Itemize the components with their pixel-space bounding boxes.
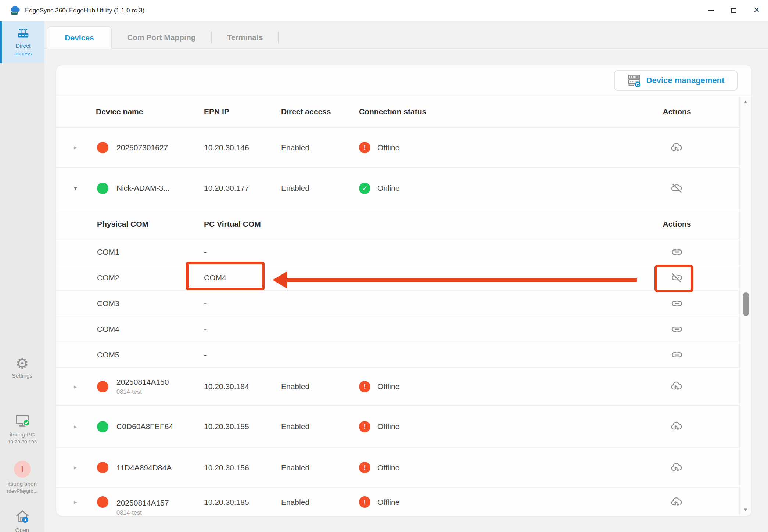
device-row[interactable]: ▾ Nick-ADAM-3... 10.20.30.177 Enabled ✓ … xyxy=(56,168,739,209)
device-row[interactable]: ▸ 20250814A150 0814-test 10.20.30.184 En… xyxy=(56,368,739,406)
cloud-sync-button[interactable] xyxy=(671,496,683,508)
com-row: COM1 - xyxy=(56,239,739,265)
tab-terminals[interactable]: Terminals xyxy=(212,26,279,48)
header-epn-ip: EPN IP xyxy=(204,107,281,116)
physical-com: COM1 xyxy=(97,248,204,256)
cloud-sync-button[interactable] xyxy=(671,141,683,154)
vertical-scrollbar[interactable]: ▲ ▼ xyxy=(739,96,751,516)
device-row[interactable]: ▸ 11D4A894D84A 10.20.30.156 Enabled ! Of… xyxy=(56,448,739,488)
close-icon: × xyxy=(754,5,760,15)
epn-ip: 10.20.30.155 xyxy=(204,422,281,431)
connection-status-icon: ! xyxy=(359,142,370,153)
header-physical-com: Physical COM xyxy=(97,220,204,229)
status-dot xyxy=(97,142,108,153)
link-button[interactable] xyxy=(671,323,683,335)
status-dot xyxy=(97,496,108,508)
device-name: 20250814A150 xyxy=(116,377,204,387)
connection-status-text: Offline xyxy=(377,143,399,152)
status-dot xyxy=(97,183,108,194)
com-row: COM4 - xyxy=(56,316,739,342)
connection-status-text: Offline xyxy=(377,463,399,472)
expand-caret[interactable]: ▾ xyxy=(74,184,83,192)
expand-caret[interactable]: ▸ xyxy=(74,498,83,506)
connection-status-text: Offline xyxy=(377,422,399,431)
device-row[interactable]: ▸ 202507301627 10.20.30.146 Enabled ! Of… xyxy=(56,128,739,168)
connection-status-text: Offline xyxy=(377,382,399,391)
minimize-icon xyxy=(708,10,714,11)
direct-access-label-line1: Direct xyxy=(2,42,44,50)
expand-caret[interactable]: ▸ xyxy=(74,383,83,391)
open-edgehub-label-line1: Open xyxy=(0,526,44,532)
minimize-button[interactable] xyxy=(700,0,722,21)
direct-access-value: Enabled xyxy=(281,184,359,193)
header-pc-virtual-com: PC Virtual COM xyxy=(204,220,360,229)
direct-access-value: Enabled xyxy=(281,498,359,507)
device-subtitle: 0814-test xyxy=(116,387,204,396)
direct-access-value: Enabled xyxy=(281,382,359,391)
close-button[interactable]: × xyxy=(745,0,768,21)
link-button[interactable] xyxy=(671,246,683,258)
connection-status-icon: ! xyxy=(359,381,370,392)
physical-com: COM4 xyxy=(97,325,204,334)
device-name: 202507301627 xyxy=(116,143,204,153)
router-icon xyxy=(16,26,30,40)
pc-name-label: itsung-PC xyxy=(0,431,44,438)
device-name: 20250814A157 xyxy=(116,498,204,508)
header-device-name: Device name xyxy=(96,107,204,116)
devices-panel: Device management Device name EPN IP Dir… xyxy=(56,65,752,516)
epn-ip: 10.20.30.156 xyxy=(204,463,281,472)
sidebar-item-direct-access[interactable]: Direct access xyxy=(0,21,44,63)
physical-com: COM3 xyxy=(97,299,204,308)
annotation-box-com4 xyxy=(186,262,265,290)
annotation-box-unlink xyxy=(654,265,693,292)
cloud-sync-button[interactable] xyxy=(671,420,683,433)
sidebar-item-local-pc[interactable]: itsung-PC 10.20.30.103 xyxy=(0,413,44,445)
status-dot xyxy=(97,381,108,392)
header-connection-status: Connection status xyxy=(359,107,517,116)
sidebar-item-user[interactable]: i itsung shen (devPlaygro... xyxy=(0,461,44,495)
tab-com-port-mapping[interactable]: Com Port Mapping xyxy=(112,26,211,48)
device-management-label: Device management xyxy=(646,76,725,85)
device-name: 11D4A894D84A xyxy=(116,463,204,473)
connection-status-icon: ! xyxy=(359,421,370,432)
connection-status-text: Offline xyxy=(377,498,399,507)
maximize-button[interactable] xyxy=(722,0,745,21)
device-management-button[interactable]: Device management xyxy=(614,70,738,91)
direct-access-value: Enabled xyxy=(281,463,359,472)
link-button[interactable] xyxy=(671,297,683,310)
device-row[interactable]: ▸ C0D60A8FEF64 10.20.30.155 Enabled ! Of… xyxy=(56,406,739,448)
status-dot xyxy=(97,462,108,473)
expand-caret[interactable]: ▸ xyxy=(74,464,83,471)
link-button[interactable] xyxy=(671,349,683,361)
expand-caret[interactable]: ▸ xyxy=(74,423,83,431)
sidebar-item-open-edgehub[interactable]: Open Edgehub xyxy=(0,508,44,532)
direct-access-value: Enabled xyxy=(281,422,359,431)
user-avatar: i xyxy=(14,461,31,478)
cloud-disconnect-button[interactable] xyxy=(671,182,683,194)
cloud-sync-button[interactable] xyxy=(671,461,683,474)
home-share-icon xyxy=(14,508,30,525)
com-table-header: Physical COM PC Virtual COM Actions xyxy=(56,209,739,239)
connection-status-text: Online xyxy=(377,184,400,193)
direct-access-label-line2: access xyxy=(2,50,44,57)
tab-devices[interactable]: Devices xyxy=(47,26,112,49)
connection-status-icon: ✓ xyxy=(359,183,370,194)
server-icon xyxy=(627,73,641,87)
epn-ip: 10.20.30.185 xyxy=(204,498,281,507)
cloud-sync-button[interactable] xyxy=(671,380,683,393)
sidebar: Direct access ⚙ Settings itsung-PC 10.20… xyxy=(0,21,44,532)
scroll-down-icon[interactable]: ▼ xyxy=(740,507,751,513)
pc-virtual-com: - xyxy=(204,299,360,308)
gear-icon: ⚙ xyxy=(0,355,44,372)
sidebar-item-settings[interactable]: ⚙ Settings xyxy=(0,355,44,380)
maximize-icon xyxy=(731,8,736,13)
expand-caret[interactable]: ▸ xyxy=(74,144,83,151)
tab-bar: Devices Com Port Mapping Terminals xyxy=(44,21,768,49)
device-row[interactable]: ▸ 20250814A157 0814-test 10.20.30.185 En… xyxy=(56,488,739,516)
status-dot xyxy=(97,421,108,432)
pc-ip-label: 10.20.30.103 xyxy=(0,438,44,445)
titlebar: EdgeSync 360/ EdgeHub Utility (1.1.0-rc.… xyxy=(0,0,768,21)
header-actions: Actions xyxy=(646,107,708,116)
scrollbar-thumb[interactable] xyxy=(743,292,749,316)
scroll-up-icon[interactable]: ▲ xyxy=(740,99,751,104)
